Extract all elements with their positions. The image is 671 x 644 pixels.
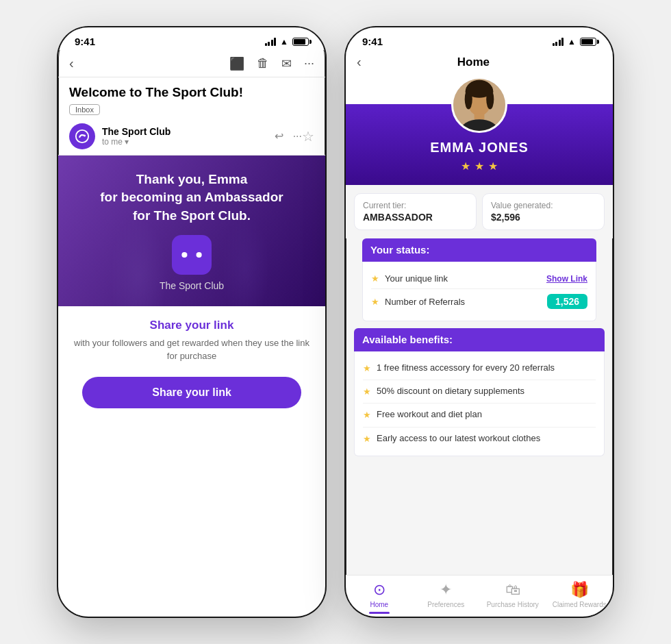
value-card: Value generated: $2,596 xyxy=(482,193,605,230)
unique-link-row: ★ Your unique link Show Link xyxy=(371,269,587,289)
tier-value: AMBASSADOR xyxy=(363,212,468,223)
home-icon: ⊙ xyxy=(373,581,385,599)
tier-label: Current tier: xyxy=(363,201,468,210)
status-icons-left: ▲ xyxy=(265,37,309,47)
share-link-heading: Share your link xyxy=(150,319,234,332)
email-body: Share your link with your followers and … xyxy=(58,306,325,617)
battery-icon xyxy=(292,38,309,46)
referrals-row: ★ Number of Referrals 1,526 xyxy=(371,289,587,314)
profile-section: EMMA JONES ★ ★ ★ xyxy=(346,77,613,185)
share-link-button[interactable]: Share your link xyxy=(82,377,301,408)
left-phone: 9:41 ▲ ‹ ⬛ 🗑 ✉ ··· Welcome to xyxy=(58,27,325,617)
benefits-title: Available benefits: xyxy=(362,334,453,345)
status-body: ★ Your unique link Show Link ★ Number of… xyxy=(362,262,596,321)
hero-brand: The Sport Club xyxy=(100,280,283,291)
show-link-button[interactable]: Show Link xyxy=(546,274,587,284)
svg-rect-9 xyxy=(474,113,485,119)
email-subject: Welcome to The Sport Club! xyxy=(69,84,314,101)
status-bar-left: 9:41 ▲ xyxy=(58,27,325,50)
referrals-label: Number of Referrals xyxy=(385,297,547,307)
star-unique-link: ★ xyxy=(371,273,379,284)
status-time-right: 9:41 xyxy=(362,36,383,47)
home-label: Home xyxy=(370,601,388,608)
hero-text-block: Thank you, Emmafor becoming an Ambassado… xyxy=(86,171,296,291)
status-time-left: 9:41 xyxy=(75,36,95,47)
status-bar-right: 9:41 ▲ xyxy=(346,27,613,50)
claimed-rewards-label: Claimed Rewards xyxy=(553,601,607,608)
app-scroll-area: EMMA JONES ★ ★ ★ Current tier: AMBASSADO… xyxy=(346,77,613,575)
sender-info: The Sport Club to me ▾ xyxy=(102,126,275,147)
wifi-icon-right: ▲ xyxy=(568,37,576,47)
battery-icon-right xyxy=(580,38,596,46)
claimed-rewards-icon: 🎁 xyxy=(570,581,589,599)
benefit-item: ★Early access to our latest workout clot… xyxy=(363,428,596,450)
star-2: ★ xyxy=(474,160,484,173)
purchase-history-label: Purchase History xyxy=(487,601,539,608)
app-header: ‹ Home xyxy=(346,50,613,77)
sender-avatar xyxy=(69,123,95,149)
email-actions: ⬛ 🗑 ✉ ··· xyxy=(229,56,314,71)
svg-rect-5 xyxy=(187,251,196,258)
benefit-star: ★ xyxy=(363,409,371,421)
signal-icon-right xyxy=(553,38,564,46)
profile-avatar xyxy=(451,77,507,133)
star-referrals: ★ xyxy=(371,297,379,307)
benefit-star: ★ xyxy=(363,433,371,445)
reply-icon[interactable]: ↩ xyxy=(275,129,283,143)
unique-link-label: Your unique link xyxy=(385,273,546,284)
nav-purchase-history[interactable]: 🛍 Purchase History xyxy=(479,581,546,614)
signal-icon xyxy=(265,38,277,46)
sender-name: The Sport Club xyxy=(102,126,275,137)
trash-icon[interactable]: 🗑 xyxy=(257,56,269,71)
value-value: $2,596 xyxy=(491,212,596,223)
profile-stars: ★ ★ ★ xyxy=(461,160,498,173)
purchase-history-icon: 🛍 xyxy=(505,581,520,599)
svg-point-1 xyxy=(84,134,86,136)
sender-to: to me ▾ xyxy=(102,137,275,147)
more-icon[interactable]: ··· xyxy=(304,56,314,71)
benefit-star: ★ xyxy=(363,362,371,375)
email-sender-row: The Sport Club to me ▾ ↩ ··· ☆ xyxy=(58,119,325,156)
svg-point-12 xyxy=(466,83,492,98)
mail-icon[interactable]: ✉ xyxy=(281,56,292,71)
star-icon[interactable]: ☆ xyxy=(302,128,314,145)
more-options-icon[interactable]: ··· xyxy=(293,130,302,143)
status-icons-right: ▲ xyxy=(553,37,596,47)
benefits-section: Available benefits: ★1 free fitness acce… xyxy=(354,328,605,456)
benefit-item: ★Free workout and diet plan xyxy=(363,404,596,427)
wifi-icon: ▲ xyxy=(280,37,288,47)
star-1: ★ xyxy=(461,160,470,173)
profile-name: EMMA JONES xyxy=(430,140,529,156)
status-title: Your status: xyxy=(370,244,429,256)
right-phone: 9:41 ▲ ‹ Home xyxy=(346,27,613,617)
nav-indicator xyxy=(369,612,390,614)
tier-card: Current tier: AMBASSADOR xyxy=(354,193,477,230)
benefit-item: ★1 free fitness accessory for every 20 r… xyxy=(363,357,596,380)
archive-icon[interactable]: ⬛ xyxy=(229,56,244,71)
hero-logo xyxy=(172,235,212,275)
benefits-header: Available benefits: xyxy=(354,328,605,351)
nav-claimed-rewards[interactable]: 🎁 Claimed Rewards xyxy=(546,581,613,614)
status-container: Your status: ★ Your unique link Show Lin… xyxy=(354,238,605,328)
nav-preferences[interactable]: ✦ Preferences xyxy=(413,581,480,614)
status-section-header: Your status: xyxy=(362,238,596,262)
preferences-icon: ✦ xyxy=(440,581,452,599)
stats-cards: Current tier: AMBASSADOR Value generated… xyxy=(346,185,613,238)
share-link-description: with your followers and get rewarded whe… xyxy=(69,336,314,363)
benefits-body: ★1 free fitness accessory for every 20 r… xyxy=(354,351,605,456)
nav-home[interactable]: ⊙ Home xyxy=(346,581,413,614)
email-title-row: Welcome to The Sport Club! Inbox xyxy=(58,77,325,119)
benefit-star: ★ xyxy=(363,386,371,398)
preferences-label: Preferences xyxy=(427,601,464,608)
app-title: Home xyxy=(457,55,490,69)
email-hero: Thank you, Emmafor becoming an Ambassado… xyxy=(58,156,325,306)
svg-point-0 xyxy=(76,130,88,143)
referrals-count: 1,526 xyxy=(547,294,587,309)
email-toolbar: ‹ ⬛ 🗑 ✉ ··· xyxy=(58,50,325,77)
back-button-email[interactable]: ‹ xyxy=(69,55,74,71)
benefit-item: ★50% discount on dietary supplements xyxy=(363,380,596,404)
star-3: ★ xyxy=(488,160,498,173)
back-button-app[interactable]: ‹ xyxy=(357,54,362,70)
sender-actions: ↩ ··· xyxy=(275,129,302,143)
hero-title: Thank you, Emmafor becoming an Ambassado… xyxy=(100,171,283,225)
